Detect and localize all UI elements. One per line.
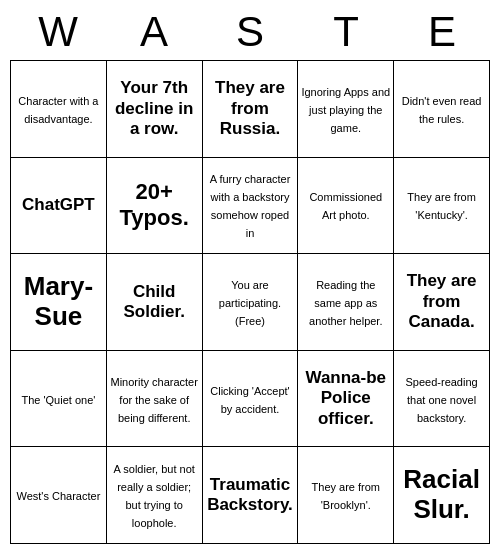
header-e: E <box>394 8 490 56</box>
header-a: A <box>106 8 202 56</box>
cell-r4-c0: West's Character <box>11 447 107 544</box>
cell-text-r3-c1: Minority character for the sake of being… <box>110 376 197 424</box>
cell-r3-c2: Clicking 'Accept' by accident. <box>202 350 298 447</box>
cell-text-r4-c3: They are from 'Brooklyn'. <box>312 481 380 511</box>
cell-text-r1-c2: A furry character with a backstory someh… <box>210 173 291 239</box>
cell-r0-c4: Didn't even read the rules. <box>394 61 490 158</box>
cell-text-r2-c3: Reading the same app as another helper. <box>309 279 382 327</box>
cell-r1-c1: 20+ Typos. <box>106 157 202 254</box>
cell-text-r2-c1: Child Soldier. <box>123 282 184 321</box>
cell-r0-c2: They are from Russia. <box>202 61 298 158</box>
cell-text-r4-c1: A soldier, but not really a soldier; but… <box>114 463 195 529</box>
cell-text-r3-c2: Clicking 'Accept' by accident. <box>210 385 289 415</box>
cell-text-r0-c2: They are from Russia. <box>215 78 285 138</box>
cell-r1-c4: They are from 'Kentucky'. <box>394 157 490 254</box>
cell-text-r0-c1: Your 7th decline in a row. <box>115 78 193 138</box>
cell-text-r3-c3: Wanna-be Police officer. <box>305 368 386 428</box>
cell-text-r2-c4: They are from Canada. <box>407 271 477 331</box>
cell-text-r4-c0: West's Character <box>16 490 100 502</box>
cell-r4-c4: Racial Slur. <box>394 447 490 544</box>
cell-r1-c0: ChatGPT <box>11 157 107 254</box>
cell-r4-c2: Traumatic Backstory. <box>202 447 298 544</box>
header-t: T <box>298 8 394 56</box>
cell-text-r0-c0: Character with a disadvantage. <box>18 95 98 125</box>
cell-text-r1-c0: ChatGPT <box>22 195 95 214</box>
header-s: S <box>202 8 298 56</box>
header-w: W <box>10 8 106 56</box>
cell-text-r3-c4: Speed-reading that one novel backstory. <box>406 376 478 424</box>
cell-text-r4-c4: Racial Slur. <box>403 464 480 524</box>
cell-r2-c3: Reading the same app as another helper. <box>298 254 394 351</box>
cell-r4-c3: They are from 'Brooklyn'. <box>298 447 394 544</box>
cell-text-r0-c4: Didn't even read the rules. <box>402 95 482 125</box>
bingo-header: W A S T E <box>0 0 500 60</box>
cell-r2-c0: Mary-Sue <box>11 254 107 351</box>
cell-text-r2-c0: Mary-Sue <box>24 271 93 331</box>
cell-r2-c4: They are from Canada. <box>394 254 490 351</box>
cell-text-r1-c4: They are from 'Kentucky'. <box>407 191 475 221</box>
cell-text-r3-c0: The 'Quiet one' <box>21 394 95 406</box>
cell-text-r2-c2: You are participating. (Free) <box>219 279 281 327</box>
cell-r4-c1: A soldier, but not really a soldier; but… <box>106 447 202 544</box>
cell-r3-c1: Minority character for the sake of being… <box>106 350 202 447</box>
cell-r0-c0: Character with a disadvantage. <box>11 61 107 158</box>
cell-text-r1-c1: 20+ Typos. <box>120 179 189 230</box>
cell-r1-c3: Commissioned Art photo. <box>298 157 394 254</box>
cell-text-r4-c2: Traumatic Backstory. <box>207 475 293 514</box>
cell-r3-c3: Wanna-be Police officer. <box>298 350 394 447</box>
cell-text-r1-c3: Commissioned Art photo. <box>309 191 382 221</box>
cell-r0-c1: Your 7th decline in a row. <box>106 61 202 158</box>
bingo-grid: Character with a disadvantage.Your 7th d… <box>10 60 490 544</box>
cell-r3-c0: The 'Quiet one' <box>11 350 107 447</box>
cell-r2-c1: Child Soldier. <box>106 254 202 351</box>
cell-text-r0-c3: Ignoring Apps and just playing the game. <box>301 86 390 134</box>
cell-r2-c2: You are participating. (Free) <box>202 254 298 351</box>
cell-r0-c3: Ignoring Apps and just playing the game. <box>298 61 394 158</box>
cell-r1-c2: A furry character with a backstory someh… <box>202 157 298 254</box>
cell-r3-c4: Speed-reading that one novel backstory. <box>394 350 490 447</box>
